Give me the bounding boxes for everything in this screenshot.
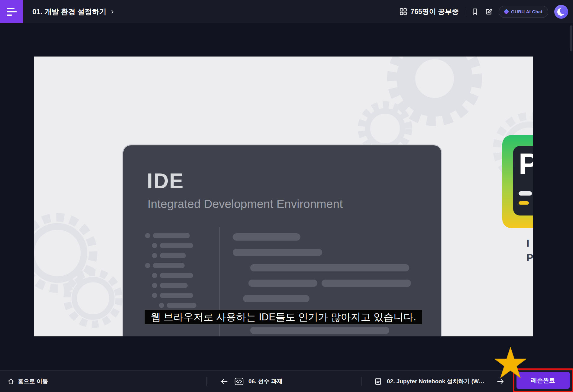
- bookmark-button[interactable]: [471, 8, 479, 15]
- logo-bar-accent: [519, 201, 529, 205]
- studying-count: 765명이 공부중: [399, 7, 459, 16]
- profile-avatar[interactable]: [554, 5, 568, 19]
- bottombar-divider: [361, 377, 362, 386]
- diamond-icon: [503, 9, 509, 14]
- side-label-line2: Py: [526, 252, 533, 264]
- home-label: 홈으로 이동: [18, 377, 48, 385]
- lesson-stage: IDE Integrated Development Environment: [0, 23, 573, 370]
- bottombar-divider: [206, 377, 207, 386]
- code-chip-icon: [235, 377, 244, 385]
- python-logo-card: P: [502, 135, 533, 228]
- guru-ai-chat-button[interactable]: GURU AI Chat: [499, 6, 548, 18]
- avatar-logo: [557, 8, 565, 16]
- bottombar: 홈으로 이동 06. 선수 과제 02. Jupyter Notebook 설치…: [0, 370, 573, 392]
- python-logo-inner: P: [513, 146, 533, 215]
- home-icon: [7, 378, 15, 385]
- prev-lesson-arrow[interactable]: [220, 377, 228, 386]
- menu-icon: [7, 8, 15, 9]
- topbar-divider: [465, 8, 465, 16]
- ide-slide-card: IDE Integrated Development Environment: [122, 144, 442, 336]
- topbar-actions: 765명이 공부중 GURU AI Chat: [399, 5, 573, 19]
- guru-ai-chat-label: GURU AI Chat: [511, 9, 542, 14]
- side-label-line1: I: [526, 237, 529, 249]
- note-button[interactable]: [485, 8, 493, 16]
- editor-skeleton: [123, 145, 441, 336]
- python-logo-letter: P: [519, 148, 533, 180]
- menu-button[interactable]: [0, 0, 23, 23]
- arrow-left-icon: [220, 377, 228, 386]
- next-lesson-label[interactable]: 02. Jupyter Notebook 설치하기 (W…: [387, 377, 484, 385]
- subtitle-caption: 웹 브라우저로 사용하는 IDE들도 인기가 많아지고 있습니다.: [145, 310, 422, 324]
- scrollbar-thumb[interactable]: [570, 25, 572, 51]
- lesson-breadcrumb[interactable]: 01. 개발 환경 설정하기: [32, 7, 115, 17]
- prev-lesson-label[interactable]: 06. 선수 과제: [248, 377, 283, 385]
- compose-icon: [485, 8, 493, 16]
- document-icon: [374, 377, 382, 385]
- logo-bar: [519, 191, 532, 196]
- lesson-player-app: 01. 개발 환경 설정하기 765명이 공부중: [0, 0, 573, 392]
- grid-icon: [399, 8, 407, 16]
- chevron-right-icon: [110, 9, 115, 14]
- video-slide[interactable]: IDE Integrated Development Environment: [34, 57, 533, 336]
- home-button[interactable]: 홈으로 이동: [7, 377, 48, 385]
- lesson-title: 01. 개발 환경 설정하기: [32, 7, 106, 17]
- topbar: 01. 개발 환경 설정하기 765명이 공부중: [0, 0, 573, 23]
- studying-count-label: 765명이 공부중: [410, 7, 459, 16]
- star-annotation: [494, 347, 526, 379]
- bookmark-icon: [471, 8, 479, 15]
